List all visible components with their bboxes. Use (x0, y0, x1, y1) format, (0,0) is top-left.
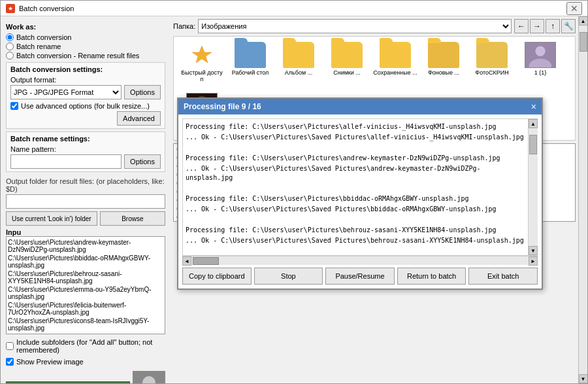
scroll-h-handle[interactable] (193, 257, 219, 265)
log-entry (186, 183, 525, 194)
input-files-list[interactable]: C:\Users\user\Pictures\andrew-keymaster-… (6, 236, 165, 334)
advanced-button[interactable]: Advanced (117, 111, 161, 126)
rename-options-button[interactable]: Options (124, 154, 161, 169)
list-item: C:\Users\user\Pictures\behrouz-sasani-XY… (8, 270, 163, 285)
start-batch-button[interactable]: Start Batch (6, 381, 130, 383)
include-subfolders-row[interactable]: Include subfolders (for "Add all" button… (6, 338, 165, 354)
options-button[interactable]: Options (124, 85, 161, 99)
svg-marker-3 (192, 46, 212, 63)
right-panel: Папка: Изображения ← → ↑ 🔧 (171, 16, 578, 383)
list-item: C:\Users\user\Pictures\isacc-quesada-XnV… (8, 332, 163, 334)
format-select[interactable]: JPG - JPG/JPEG Format (10, 85, 122, 99)
log-vertical-scrollbar[interactable]: ▲ ▼ (528, 119, 537, 255)
preview-image (133, 371, 165, 383)
log-entry: ... Ok - C:\Users\user\Pictures\Saved Pi… (186, 164, 525, 183)
nav-buttons: ← → ↑ 🔧 (514, 19, 576, 33)
radio-batch-conversion[interactable]: Batch conversion (6, 33, 165, 41)
main-content: Work as: Batch conversion Batch rename B… (1, 16, 587, 383)
progress-log[interactable]: Processing file: C:\Users\user\Pictures\… (183, 119, 528, 255)
progress-title-bar: Processing file 9 / 16 × (178, 99, 542, 114)
log-entry: Processing file: C:\Users\user\Pictures\… (186, 225, 525, 236)
main-window: ★ Batch conversion ✕ Work as: Batch conv… (0, 0, 588, 384)
output-folder-section: Output folder for result files: (or plac… (6, 175, 165, 226)
advanced-options-checkbox[interactable] (10, 102, 18, 110)
pause-resume-button[interactable]: Pause/Resume (325, 268, 395, 285)
image-preview-1 (525, 42, 555, 68)
name-pattern-input[interactable]: image### (10, 154, 122, 169)
folder-item-quick-access[interactable]: Быстрый доступ (179, 42, 225, 90)
advanced-options-label: Use advanced options (for bulk resize...… (21, 102, 150, 110)
name-pattern-row: image### Options (10, 154, 161, 169)
exit-batch-button[interactable]: Exit batch (468, 268, 538, 285)
return-to-batch-button[interactable]: Return to batch (397, 268, 466, 285)
browse-button[interactable]: Browse (100, 211, 165, 226)
progress-log-container: Processing file: C:\Users\user\Pictures\… (182, 118, 538, 256)
folder-item-snapshots[interactable]: Снимки ... (324, 42, 370, 90)
include-subfolders-checkbox[interactable] (6, 342, 14, 350)
backgrounds-folder-icon (428, 42, 459, 68)
main-scroll-up[interactable]: ▲ (579, 16, 588, 26)
folder-item-backgrounds[interactable]: Фоновые ... (421, 42, 466, 90)
show-preview-label: Show Preview image (16, 358, 84, 366)
use-current-folder-button[interactable]: Use current 'Look in') folder (6, 211, 97, 226)
copy-to-clipboard-button[interactable]: Copy to clipboard (182, 268, 252, 285)
main-scroll-track[interactable] (579, 26, 588, 374)
folder-item-album[interactable]: Альбом ... (276, 42, 321, 90)
log-entry (186, 246, 525, 255)
radio-batch-conversion-rename[interactable]: Batch conversion - Rename result files (6, 52, 165, 60)
folder-label: Папка: (173, 22, 195, 30)
log-horizontal-scrollbar[interactable]: ◄ ► (182, 256, 538, 265)
photoscrin-folder-icon (476, 42, 508, 68)
main-scrollbar[interactable]: ▲ ▼ (578, 16, 587, 383)
album-label: Альбом ... (285, 69, 312, 76)
back-button[interactable]: ← (514, 19, 529, 33)
radio-batch-conversion-rename-label: Batch conversion - Rename result files (16, 52, 139, 60)
scroll-handle[interactable] (529, 135, 537, 154)
log-entry: ... Ok - C:\Users\user\Pictures\Saved Pi… (186, 236, 525, 246)
settings-button[interactable]: 🔧 (561, 19, 576, 33)
close-button[interactable]: ✕ (566, 2, 582, 15)
snapshots-folder-icon (331, 42, 363, 68)
include-subfolders-label: Include subfolders (for "Add all" button… (16, 338, 165, 354)
radio-batch-rename-label: Batch rename (16, 43, 61, 50)
log-entry: ... Ok - C:\Users\user\Pictures\Saved Pi… (186, 204, 525, 215)
radio-batch-rename[interactable]: Batch rename (6, 43, 165, 50)
scroll-right-arrow[interactable]: ► (529, 256, 538, 266)
show-preview-row[interactable]: Show Preview image (6, 358, 165, 366)
show-preview-checkbox[interactable] (6, 358, 14, 366)
log-entry: Processing file: C:\Users\user\Pictures\… (186, 194, 525, 204)
desktop-folder-icon (235, 42, 266, 68)
folder-path-select[interactable]: Изображения (198, 19, 512, 33)
file-item-1[interactable]: 1 (1) (517, 42, 563, 90)
folder-item-photoscrin[interactable]: ФотоСКРИН (469, 42, 515, 90)
app-icon: ★ (6, 4, 15, 13)
output-folder-input[interactable]: C:\Users\user\Pictures\Saved Pictures\ (6, 194, 165, 209)
folder-item-desktop[interactable]: Рабочий стол (227, 42, 273, 90)
bottom-buttons: Start Batch Run test rename Cancel (6, 371, 165, 383)
scroll-up-arrow[interactable]: ▲ (529, 119, 538, 128)
scroll-left-arrow[interactable]: ◄ (182, 256, 191, 266)
advanced-options-checkbox-row[interactable]: Use advanced options (for bulk resize...… (10, 102, 161, 110)
radio-batch-conversion-label: Batch conversion (16, 33, 71, 41)
saved-label: Сохраненные ... (373, 69, 417, 76)
up-button[interactable]: ↑ (546, 19, 560, 33)
quick-access-label: Быстрый доступ (180, 69, 224, 82)
progress-buttons-row: Copy to clipboard Stop Pause/Resume Retu… (182, 268, 538, 285)
list-item: C:\Users\user\Pictures\icons8-team-IsRJI… (8, 317, 163, 332)
list-item: C:\Users\user\Pictures\andrew-keymaster-… (8, 238, 163, 254)
progress-close-button[interactable]: × (531, 101, 536, 112)
scroll-down-arrow[interactable]: ▼ (529, 246, 538, 255)
scroll-track[interactable] (529, 128, 538, 246)
photoscrin-label: ФотоСКРИН (475, 69, 508, 76)
main-scroll-handle[interactable] (580, 32, 587, 52)
batch-rename-label: Batch rename settings: (10, 135, 161, 143)
stop-button[interactable]: Stop (254, 268, 323, 285)
main-scroll-down[interactable]: ▼ (579, 374, 588, 383)
start-batch-preview-row: Start Batch (6, 371, 165, 383)
forward-button[interactable]: → (530, 19, 544, 33)
scroll-h-track[interactable] (191, 256, 529, 265)
advanced-btn-row: Advanced (10, 111, 161, 126)
folder-item-saved[interactable]: Сохраненные ... (372, 42, 418, 90)
title-bar-left: ★ Batch conversion (6, 4, 74, 13)
batch-conversion-settings: Batch conversion settings: Output format… (6, 62, 165, 129)
